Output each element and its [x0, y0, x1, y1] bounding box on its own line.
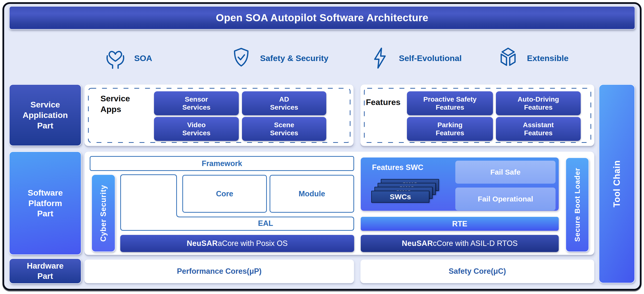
secure-boot-loader-label: Secure Boot Loader — [573, 168, 582, 242]
sensor-services-box: Sensor Services — [154, 91, 239, 115]
framework-label: Framework — [202, 159, 242, 168]
principle-label: Self-Evolutional — [399, 53, 462, 63]
principle-extensible: Extensible — [497, 46, 568, 70]
service-apps-label: Service Apps — [100, 93, 130, 114]
hardware-part: Hardware Part — [9, 258, 82, 284]
cyber-security-pill: Cyber Security — [92, 174, 115, 252]
principle-self-evolutional: Self-Evolutional — [368, 46, 462, 70]
cyber-security-label: Cyber Security — [99, 185, 108, 242]
principle-safety-security: Safety & Security — [230, 46, 328, 70]
performance-cores-box: Performance Cores(μP) — [84, 259, 354, 283]
ad-services-box: AD Services — [242, 91, 326, 115]
safety-core-box: Safety Core(μC) — [360, 259, 594, 283]
principle-soa: SOA — [104, 46, 152, 70]
page-title: Open SOA Autopilot Software Architecture — [216, 12, 428, 24]
video-services-box: Video Services — [154, 117, 239, 141]
eal-label: EAL — [258, 219, 273, 228]
software-platform-part: Software Platform Part — [9, 151, 82, 255]
features-label: Features — [366, 97, 400, 108]
principle-label: Extensible — [527, 53, 568, 63]
neusar-acore-label: aCore with Posix OS — [218, 239, 288, 248]
scene-services-box: Scene Services — [242, 117, 326, 141]
secure-boot-loader-pill: Secure Boot Loader — [566, 158, 589, 252]
module-box: Module — [270, 175, 354, 213]
service-application-part: Service Application Part — [9, 84, 82, 146]
features-swc-label: Features SWC — [372, 163, 423, 172]
neusar-ccore-bar: NeuSAR cCore with ASIL-D RTOS — [361, 235, 559, 252]
proactive-safety-features-box: Proactive Safety Features — [407, 91, 493, 115]
title-banner: Open SOA Autopilot Software Architecture — [9, 6, 635, 29]
framework-box: Framework — [90, 156, 354, 171]
cube-icon — [497, 47, 520, 70]
neusar-brand: NeuSAR — [402, 239, 433, 248]
core-box: Core — [182, 175, 267, 213]
rte-bar: RTE — [361, 217, 559, 231]
tool-chain-label: Tool Chain — [612, 160, 622, 207]
core-label: Core — [216, 190, 234, 198]
neusar-brand: NeuSAR — [187, 239, 218, 248]
lightning-icon — [368, 47, 392, 70]
module-label: Module — [299, 190, 325, 198]
assistant-features-box: Assistant Features — [496, 117, 581, 141]
auto-driving-features-box: Auto-Driving Features — [496, 91, 581, 115]
neusar-acore-bar: NeuSAR aCore with Posix OS — [120, 235, 354, 252]
fail-operational-box: Fail Operational — [455, 188, 556, 211]
shield-check-icon — [230, 47, 253, 70]
architecture-diagram: Open SOA Autopilot Software Architecture… — [0, 0, 644, 294]
tool-chain-pill: Tool Chain — [599, 84, 635, 283]
parking-features-box: Parking Features — [407, 117, 493, 141]
swc-card-front: SWCs — [371, 191, 430, 203]
fail-safe-box: Fail Safe — [455, 161, 556, 184]
principle-label: SOA — [134, 53, 152, 63]
eal-label-area: EAL — [177, 216, 354, 231]
neusar-ccore-label: cCore with ASIL-D RTOS — [433, 239, 518, 248]
heart-hands-icon — [104, 47, 127, 70]
principle-label: Safety & Security — [260, 53, 328, 63]
